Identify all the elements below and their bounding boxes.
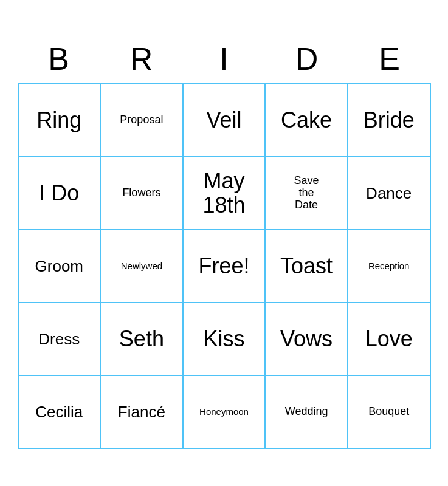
cell-r2-c1: Newlywed <box>101 230 184 303</box>
cell-r3-c4: Love <box>348 303 431 376</box>
cell-r4-c3: Wedding <box>266 376 348 449</box>
cell-text-r2-c1: Newlywed <box>121 261 162 272</box>
cell-r3-c2: Kiss <box>184 303 266 376</box>
cell-text-r4-c4: Bouquet <box>368 406 409 418</box>
header-letter-E: E <box>348 37 431 81</box>
cell-text-r0-c2: Veil <box>206 108 241 132</box>
cell-text-r1-c0: I Do <box>39 181 79 205</box>
cell-text-r3-c2: Kiss <box>203 327 244 351</box>
cell-r1-c2: May18th <box>184 157 266 230</box>
header-letter-R: R <box>100 37 183 81</box>
cell-text-r2-c3: Toast <box>280 254 333 278</box>
cell-text-r3-c3: Vows <box>280 327 333 351</box>
cell-r2-c3: Toast <box>266 230 348 303</box>
cell-r0-c4: Bride <box>348 84 431 157</box>
cell-text-r4-c1: Fiancé <box>118 403 165 421</box>
bingo-grid: RingProposalVeilCakeBrideI DoFlowersMay1… <box>18 83 431 449</box>
header-letter-D: D <box>266 37 348 81</box>
cell-text-r1-c3: SavetheDate <box>294 175 319 211</box>
cell-text-r3-c4: Love <box>365 327 413 351</box>
cell-r1-c4: Dance <box>348 157 431 230</box>
cell-text-r3-c1: Seth <box>119 327 164 351</box>
cell-r0-c0: Ring <box>19 84 102 157</box>
cell-text-r4-c2: Honeymoon <box>199 407 249 417</box>
cell-text-r1-c2: May18th <box>202 169 245 217</box>
cell-text-r0-c3: Cake <box>281 108 332 132</box>
cell-r0-c3: Cake <box>266 84 348 157</box>
cell-r1-c1: Flowers <box>101 157 184 230</box>
bingo-card: BRIDE RingProposalVeilCakeBrideI DoFlowe… <box>18 37 431 449</box>
header-letter-I: I <box>183 37 266 81</box>
cell-r4-c1: Fiancé <box>101 376 184 449</box>
cell-r0-c1: Proposal <box>101 84 184 157</box>
cell-text-r0-c1: Proposal <box>120 114 163 126</box>
cell-text-r4-c0: Cecilia <box>35 403 83 421</box>
cell-r4-c2: Honeymoon <box>184 376 266 449</box>
bingo-header: BRIDE <box>18 37 431 81</box>
cell-text-r3-c0: Dress <box>38 330 80 348</box>
cell-r1-c3: SavetheDate <box>266 157 348 230</box>
cell-text-r4-c3: Wedding <box>285 406 328 418</box>
cell-text-r1-c4: Dance <box>366 185 412 202</box>
cell-r3-c3: Vows <box>266 303 348 376</box>
cell-text-r0-c4: Bride <box>364 108 415 132</box>
header-letter-B: B <box>18 37 100 81</box>
cell-text-r0-c0: Ring <box>36 108 81 132</box>
cell-r4-c0: Cecilia <box>19 376 102 449</box>
cell-text-r2-c2: Free! <box>198 254 249 278</box>
cell-r0-c2: Veil <box>184 84 266 157</box>
cell-r2-c0: Groom <box>19 230 102 303</box>
cell-r2-c4: Reception <box>348 230 431 303</box>
cell-r3-c1: Seth <box>101 303 184 376</box>
cell-r2-c2: Free! <box>184 230 266 303</box>
cell-r1-c0: I Do <box>19 157 102 230</box>
cell-text-r2-c4: Reception <box>368 261 410 272</box>
cell-r3-c0: Dress <box>19 303 102 376</box>
cell-text-r2-c0: Groom <box>35 258 83 275</box>
cell-text-r1-c1: Flowers <box>122 187 160 199</box>
cell-r4-c4: Bouquet <box>348 376 431 449</box>
